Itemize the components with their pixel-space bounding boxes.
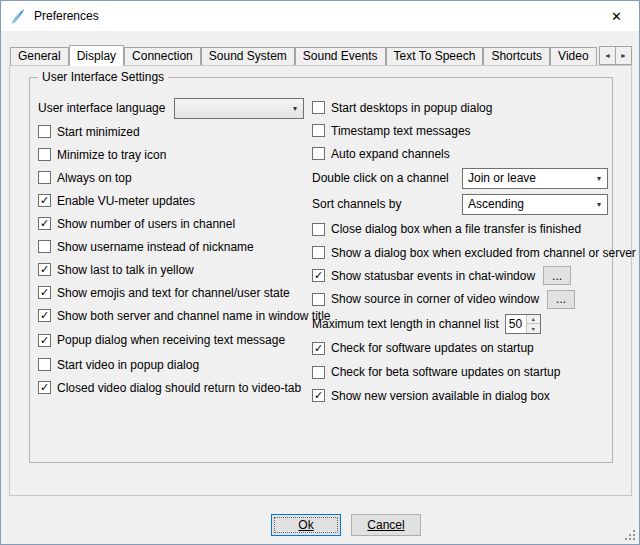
timestamp-messages-checkbox[interactable]: ✓ (312, 124, 325, 137)
arrow-right-icon: ► (620, 52, 627, 59)
start-video-popup-checkbox[interactable]: ✓ (38, 358, 51, 371)
row-show-user-count[interactable]: ✓ Show number of users in channel (38, 212, 304, 235)
last-to-talk-label: Show last to talk in yellow (57, 263, 194, 277)
row-show-new-version[interactable]: ✓ Show new version available in dialog b… (312, 384, 608, 407)
double-click-combobox[interactable]: Join or leave ▾ (462, 168, 608, 189)
tab-scroll-left-button[interactable]: ◄ (599, 46, 616, 65)
tab-scroll-right-button[interactable]: ► (615, 46, 632, 65)
row-statusbar-events[interactable]: ✓ Show statusbar events in chat-window .… (312, 264, 608, 287)
row-start-desktops-popup[interactable]: ✓ Start desktops in popup dialog (312, 96, 608, 119)
sort-channels-combobox[interactable]: Ascending ▾ (462, 194, 608, 215)
start-desktops-popup-checkbox[interactable]: ✓ (312, 101, 325, 114)
row-excluded-dialog[interactable]: ✓ Show a dialog box when excluded from c… (312, 241, 608, 264)
row-always-on-top[interactable]: ✓ Always on top (38, 166, 304, 189)
row-vu-meter[interactable]: ✓ Enable VU-meter updates (38, 189, 304, 212)
minimize-to-tray-checkbox[interactable]: ✓ (38, 148, 51, 161)
chevron-down-icon: ▾ (591, 174, 607, 183)
tab-general[interactable]: General (10, 47, 69, 65)
row-closed-video-return[interactable]: ✓ Closed video dialog should return to v… (38, 376, 304, 399)
sort-channels-value: Ascending (468, 197, 524, 211)
max-text-length-spinner[interactable]: 50 ▴ ▾ (505, 314, 541, 334)
ok-button[interactable]: Ok (271, 514, 341, 536)
check-icon: ✓ (314, 343, 323, 354)
statusbar-events-checkbox[interactable]: ✓ (312, 269, 325, 282)
check-beta-updates-checkbox[interactable]: ✓ (312, 366, 325, 379)
max-text-length-value: 50 (506, 315, 526, 333)
check-icon: ✓ (40, 287, 49, 298)
row-max-text-length: Maximum text length in channel list 50 ▴… (312, 311, 608, 336)
row-show-username[interactable]: ✓ Show username instead of nickname (38, 235, 304, 258)
row-start-minimized[interactable]: ✓ Start minimized (38, 120, 304, 143)
tab-display[interactable]: Display (69, 45, 124, 66)
show-username-checkbox[interactable]: ✓ (38, 240, 51, 253)
tab-scroll-control: ◄ ► (599, 46, 632, 65)
row-language: User interface language ▾ (38, 96, 304, 120)
chevron-down-icon: ▾ (287, 104, 303, 113)
start-minimized-checkbox[interactable]: ✓ (38, 125, 51, 138)
tab-sound-events[interactable]: Sound Events (295, 47, 386, 65)
check-icon: ✓ (40, 195, 49, 206)
spin-up-icon[interactable]: ▴ (527, 315, 540, 324)
tab-text-to-speech[interactable]: Text To Speech (386, 47, 484, 65)
show-user-count-label: Show number of users in channel (57, 217, 235, 231)
row-video-source[interactable]: ✓ Show source in corner of video window … (312, 287, 608, 311)
emoji-text-state-label: Show emojis and text for channel/user st… (57, 286, 290, 300)
language-combobox[interactable]: ▾ (174, 98, 304, 119)
check-updates-label: Check for software updates on startup (331, 341, 534, 355)
check-updates-checkbox[interactable]: ✓ (312, 342, 325, 355)
row-auto-expand-channels[interactable]: ✓ Auto expand channels (312, 142, 608, 165)
server-channel-title-checkbox[interactable]: ✓ (38, 309, 51, 322)
row-check-beta-updates[interactable]: ✓ Check for beta software updates on sta… (312, 360, 608, 384)
video-source-checkbox[interactable]: ✓ (312, 293, 325, 306)
row-sort-channels: Sort channels by Ascending ▾ (312, 191, 608, 217)
row-check-updates[interactable]: ✓ Check for software updates on startup (312, 336, 608, 360)
close-filetransfer-checkbox[interactable]: ✓ (312, 223, 325, 236)
row-start-video-popup[interactable]: ✓ Start video in popup dialog (38, 353, 304, 376)
timestamp-messages-label: Timestamp text messages (331, 124, 471, 138)
double-click-label: Double click on a channel (312, 171, 449, 185)
app-icon (9, 8, 26, 25)
emoji-text-state-checkbox[interactable]: ✓ (38, 286, 51, 299)
row-emoji-text-state[interactable]: ✓ Show emojis and text for channel/user … (38, 281, 304, 304)
tab-connection[interactable]: Connection (124, 47, 201, 65)
always-on-top-label: Always on top (57, 171, 132, 185)
vu-meter-label: Enable VU-meter updates (57, 194, 195, 208)
excluded-dialog-label: Show a dialog box when excluded from cha… (331, 246, 636, 260)
cancel-button[interactable]: Cancel (351, 514, 421, 536)
user-interface-settings-group: User Interface Settings User interface l… (29, 77, 613, 463)
statusbar-events-options-button[interactable]: ... (543, 266, 571, 285)
row-timestamp-messages[interactable]: ✓ Timestamp text messages (312, 119, 608, 142)
row-server-channel-title[interactable]: ✓ Show both server and channel name in w… (38, 304, 304, 327)
language-label: User interface language (38, 101, 165, 115)
resize-grip[interactable] (633, 538, 635, 540)
always-on-top-checkbox[interactable]: ✓ (38, 171, 51, 184)
row-last-to-talk[interactable]: ✓ Show last to talk in yellow (38, 258, 304, 281)
close-icon: ✕ (611, 9, 622, 24)
vu-meter-checkbox[interactable]: ✓ (38, 194, 51, 207)
check-icon: ✓ (40, 218, 49, 229)
tab-shortcuts[interactable]: Shortcuts (483, 47, 550, 65)
show-new-version-checkbox[interactable]: ✓ (312, 389, 325, 402)
sort-channels-label: Sort channels by (312, 197, 401, 211)
spin-down-icon[interactable]: ▾ (527, 323, 540, 333)
tab-video[interactable]: Video (550, 47, 596, 65)
closed-video-return-checkbox[interactable]: ✓ (38, 381, 51, 394)
spinner-buttons: ▴ ▾ (526, 315, 540, 333)
titlebar[interactable]: Preferences ✕ (1, 1, 639, 31)
tab-sound-system[interactable]: Sound System (201, 47, 295, 65)
auto-expand-channels-checkbox[interactable]: ✓ (312, 147, 325, 160)
row-close-filetransfer[interactable]: ✓ Close dialog box when a file transfer … (312, 217, 608, 241)
row-popup-text-message[interactable]: ✓ Popup dialog when receiving text messa… (38, 327, 304, 353)
last-to-talk-checkbox[interactable]: ✓ (38, 263, 51, 276)
row-minimize-to-tray[interactable]: ✓ Minimize to tray icon (38, 143, 304, 166)
check-icon: ✓ (314, 270, 323, 281)
check-icon: ✓ (40, 264, 49, 275)
chevron-down-icon: ▾ (591, 200, 607, 209)
popup-text-message-checkbox[interactable]: ✓ (38, 334, 51, 347)
check-icon: ✓ (40, 335, 49, 346)
show-user-count-checkbox[interactable]: ✓ (38, 217, 51, 230)
excluded-dialog-checkbox[interactable]: ✓ (312, 246, 325, 259)
close-button[interactable]: ✕ (594, 1, 639, 31)
row-double-click: Double click on a channel Join or leave … (312, 165, 608, 191)
video-source-options-button[interactable]: ... (547, 290, 575, 309)
